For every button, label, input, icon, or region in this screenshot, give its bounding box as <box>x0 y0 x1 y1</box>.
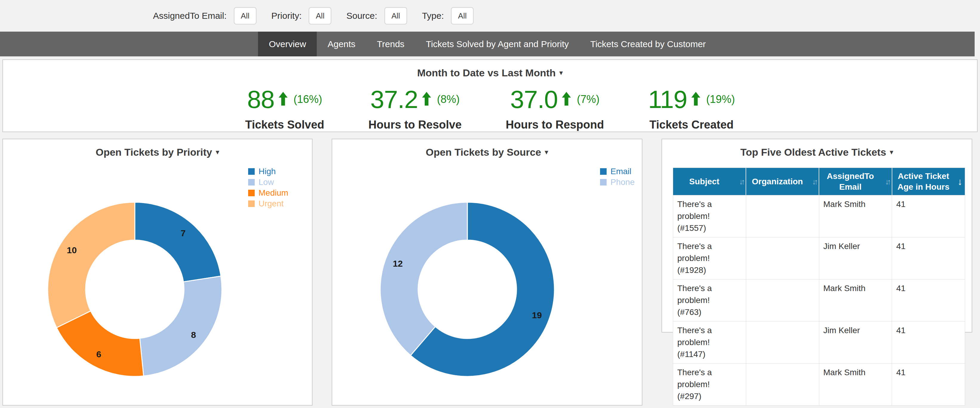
sort-icon: ↓↑ <box>885 176 889 187</box>
legend-item-medium[interactable]: Medium <box>248 189 288 197</box>
kpi-tickets-solved: 88(16%)Tickets Solved <box>245 87 324 131</box>
cell-organization <box>746 322 819 363</box>
kpi-hours-to-resolve: 37.2(8%)Hours to Resolve <box>368 87 462 131</box>
source-chart-title-text: Open Tickets by Source <box>426 147 541 158</box>
cell-subject: There's a problem! (#1147) <box>673 322 746 363</box>
nav-tab-agents[interactable]: Agents <box>317 32 366 56</box>
legend-swatch-high <box>248 168 255 175</box>
oldest-active-tickets-panel: Top Five Oldest Active Tickets▾ Subject↓… <box>662 139 972 333</box>
filter-bar: AssignedTo Email:AllPriority:AllSource:A… <box>0 0 980 32</box>
tickets-table-title[interactable]: Top Five Oldest Active Tickets▾ <box>662 147 972 158</box>
kpi-panel-title[interactable]: Month to Date vs Last Month▾ <box>3 67 977 79</box>
legend-item-high[interactable]: High <box>248 167 288 176</box>
legend-label-phone: Phone <box>611 178 635 186</box>
priority-chart-legend: HighLowMediumUrgent <box>248 167 288 208</box>
donut-slice-high[interactable] <box>135 202 221 282</box>
legend-swatch-urgent <box>248 201 255 207</box>
kpi-label: Tickets Created <box>648 118 735 131</box>
trend-up-arrow-icon <box>691 92 700 105</box>
column-header-active-ticket-age-in-hours[interactable]: Active Ticket Age in Hours↓ <box>892 168 965 195</box>
kpi-row: 88(16%)Tickets Solved37.2(8%)Hours to Re… <box>3 87 977 131</box>
kpi-value-line: 37.0(7%) <box>506 87 604 112</box>
data-label-email: 19 <box>532 310 542 320</box>
trend-up-arrow-icon <box>278 92 288 105</box>
column-header-organization[interactable]: Organization↓↑ <box>746 168 819 195</box>
filter-label-priority: Priority: <box>271 11 302 21</box>
priority-chart-title-text: Open Tickets by Priority <box>96 147 212 158</box>
table-header-row: Subject↓↑Organization↓↑AssignedTo Email↓… <box>673 168 965 195</box>
table-body: There's a problem! (#1557)Mark Smith41Th… <box>673 195 965 406</box>
cell-organization <box>746 195 819 237</box>
filter-label-type: Type: <box>422 11 444 21</box>
column-header-label: Active Ticket Age in Hours <box>897 172 949 191</box>
kpi-percent-change: (8%) <box>437 93 460 105</box>
filter-dropdown-type[interactable]: All <box>451 7 474 24</box>
legend-item-phone[interactable]: Phone <box>600 178 635 186</box>
trend-up-arrow-icon <box>562 92 571 105</box>
nav-tab-tickets-solved-by-agent-and-priority[interactable]: Tickets Solved by Agent and Priority <box>415 32 579 56</box>
column-header-label: AssignedTo Email <box>827 172 874 191</box>
kpi-label: Tickets Solved <box>245 118 324 131</box>
filter-dropdown-assignedto-email[interactable]: All <box>234 7 256 24</box>
filter-label-source: Source: <box>346 11 377 21</box>
data-label-phone: 12 <box>393 258 402 268</box>
legend-swatch-phone <box>600 179 607 185</box>
donut-slice-low[interactable] <box>140 276 222 376</box>
data-label-medium: 6 <box>96 349 102 359</box>
kpi-value-line: 119(19%) <box>648 87 735 112</box>
table-row[interactable]: There's a problem! (#1928)Jim Keller41 <box>673 237 965 279</box>
filter-group-type: Type:All <box>422 7 474 24</box>
legend-swatch-email <box>600 168 607 175</box>
legend-item-email[interactable]: Email <box>600 167 635 176</box>
filter-group-priority: Priority:All <box>271 7 332 24</box>
kpi-summary-panel: Month to Date vs Last Month▾ 88(16%)Tick… <box>2 59 978 132</box>
oldest-active-tickets-table: Subject↓↑Organization↓↑AssignedTo Email↓… <box>673 167 965 406</box>
kpi-value: 37.0 <box>510 87 558 112</box>
cell-subject: There's a problem! (#1557) <box>673 195 746 237</box>
nav-tab-overview[interactable]: Overview <box>258 32 317 56</box>
kpi-value-line: 88(16%) <box>245 87 324 112</box>
column-header-subject[interactable]: Subject↓↑ <box>673 168 746 195</box>
nav-tab-trends[interactable]: Trends <box>366 32 415 56</box>
table-row[interactable]: There's a problem! (#297)Mark Smith41 <box>673 363 965 406</box>
cell-subject: There's a problem! (#763) <box>673 279 746 322</box>
kpi-label: Hours to Respond <box>506 118 604 131</box>
cell-age-hours: 41 <box>892 322 965 363</box>
cell-assignedto-email: Jim Keller <box>819 322 892 363</box>
source-chart-legend: EmailPhone <box>600 167 635 186</box>
cell-organization <box>746 279 819 322</box>
filter-group-assignedto-email: AssignedTo Email:All <box>153 7 256 24</box>
chevron-down-icon: ▾ <box>216 148 219 156</box>
trend-up-arrow-icon <box>422 92 431 105</box>
donut-slice-phone[interactable] <box>380 202 467 355</box>
cell-assignedto-email: Mark Smith <box>819 195 892 237</box>
sort-icon: ↓↑ <box>812 176 816 187</box>
column-header-assignedto-email[interactable]: AssignedTo Email↓↑ <box>819 168 892 195</box>
cell-assignedto-email: Mark Smith <box>819 363 892 406</box>
filter-label-assignedto-email: AssignedTo Email: <box>153 11 227 21</box>
cell-age-hours: 41 <box>892 195 965 237</box>
legend-item-urgent[interactable]: Urgent <box>248 199 288 208</box>
table-row[interactable]: There's a problem! (#763)Mark Smith41 <box>673 279 965 322</box>
kpi-value: 37.2 <box>371 87 418 112</box>
cell-age-hours: 41 <box>892 237 965 279</box>
kpi-value-line: 37.2(8%) <box>368 87 462 112</box>
table-row[interactable]: There's a problem! (#1557)Mark Smith41 <box>673 195 965 237</box>
legend-label-email: Email <box>611 167 632 176</box>
filter-dropdown-source[interactable]: All <box>384 7 407 24</box>
legend-swatch-medium <box>248 190 255 196</box>
legend-label-high: High <box>259 167 276 176</box>
kpi-hours-to-respond: 37.0(7%)Hours to Respond <box>506 87 604 131</box>
table-row[interactable]: There's a problem! (#1147)Jim Keller41 <box>673 322 965 363</box>
filter-dropdown-priority[interactable]: All <box>309 7 331 24</box>
priority-chart-title[interactable]: Open Tickets by Priority▾ <box>3 147 312 158</box>
legend-label-medium: Medium <box>259 189 288 197</box>
kpi-label: Hours to Resolve <box>368 118 462 131</box>
column-header-label: Subject <box>689 177 719 186</box>
nav-tab-tickets-created-by-customer[interactable]: Tickets Created by Customer <box>579 32 716 56</box>
legend-item-low[interactable]: Low <box>248 178 288 186</box>
donut-slice-urgent[interactable] <box>48 202 135 328</box>
cell-assignedto-email: Mark Smith <box>819 279 892 322</box>
chevron-down-icon: ▾ <box>544 148 548 156</box>
source-chart-title[interactable]: Open Tickets by Source▾ <box>332 147 642 158</box>
